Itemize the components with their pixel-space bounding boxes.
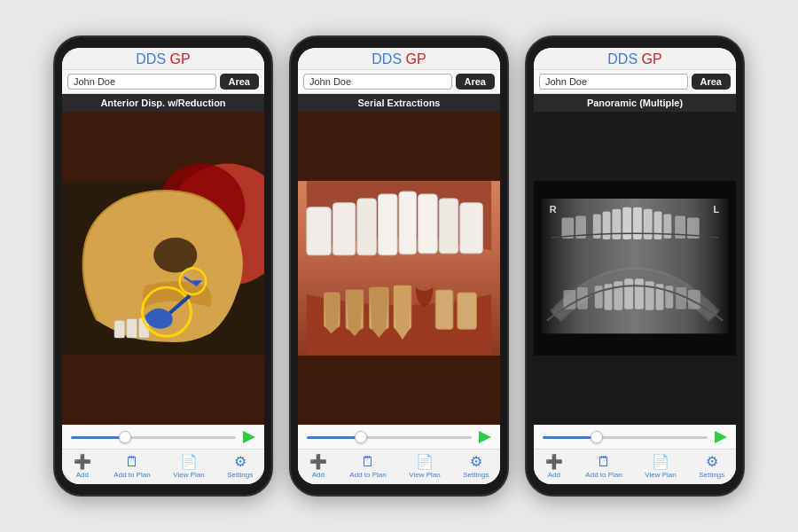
- area-button-3[interactable]: Area: [692, 74, 731, 90]
- app-title-gp-3: GP: [642, 51, 662, 66]
- play-button-3[interactable]: [715, 431, 727, 443]
- svg-rect-48: [665, 286, 673, 309]
- nav-add-label-1: Add: [76, 471, 89, 479]
- svg-rect-14: [332, 203, 356, 255]
- app-title-dds-2: DDS: [372, 51, 402, 66]
- app-header-2: DDS GP: [298, 48, 500, 70]
- svg-rect-41: [595, 286, 603, 309]
- app-title-dds-3: DDS: [607, 51, 638, 66]
- bottom-nav-1: ➕ Add 🗒 Add to Plan 📄 View Plan ⚙ Settin…: [62, 449, 264, 484]
- patient-row-2: Area: [298, 70, 500, 94]
- nav-viewplan-2[interactable]: 📄 View Plan: [409, 453, 440, 479]
- svg-rect-32: [622, 207, 631, 239]
- nav-settings-label-2: Settings: [463, 471, 489, 479]
- phone-1: DDS GP Area Anterior Disp. w/Reduction: [53, 35, 273, 497]
- patient-row-3: Area: [534, 70, 736, 94]
- app-title-dds-1: DDS: [136, 51, 166, 66]
- slider-thumb-3[interactable]: [591, 431, 603, 443]
- slider-track-2[interactable]: [307, 436, 472, 439]
- svg-rect-44: [624, 278, 633, 309]
- svg-rect-20: [460, 203, 483, 254]
- content-area-1: [62, 112, 264, 425]
- app-header-1: DDS GP: [62, 48, 264, 70]
- slider-row-1: [62, 425, 264, 449]
- nav-add-2[interactable]: ➕ Add: [309, 453, 327, 479]
- svg-rect-16: [378, 194, 397, 255]
- nav-viewplan-label-2: View Plan: [409, 471, 440, 479]
- slider-thumb-2[interactable]: [355, 431, 367, 443]
- svg-rect-45: [635, 278, 644, 309]
- svg-rect-5: [127, 319, 137, 339]
- app-header-3: DDS GP: [534, 48, 736, 70]
- slider-row-2: [298, 425, 500, 449]
- play-button-2[interactable]: [479, 431, 491, 443]
- slider-thumb-1[interactable]: [119, 431, 131, 443]
- svg-rect-13: [307, 207, 332, 255]
- svg-rect-17: [399, 192, 417, 254]
- nav-addtoplan-label-1: Add to Plan: [113, 471, 150, 479]
- nav-viewplan-3[interactable]: 📄 View Plan: [645, 453, 676, 479]
- section-title-2: Serial Extractions: [298, 94, 500, 112]
- settings-icon-1: ⚙: [234, 453, 246, 470]
- nav-add-label-2: Add: [312, 471, 325, 479]
- phone-3: DDS GP Area Panoramic (Multiple): [525, 35, 745, 497]
- nav-viewplan-1[interactable]: 📄 View Plan: [173, 453, 204, 479]
- nav-add-label-3: Add: [548, 471, 560, 479]
- viewplan-icon-3: 📄: [652, 453, 669, 470]
- section-title-3: Panoramic (Multiple): [534, 94, 736, 112]
- nav-addtoplan-1[interactable]: 🗒 Add to Plan: [113, 454, 150, 479]
- nav-add-3[interactable]: ➕ Add: [545, 453, 563, 479]
- settings-icon-3: ⚙: [706, 453, 718, 470]
- slider-row-3: [534, 425, 736, 449]
- svg-rect-49: [563, 290, 575, 309]
- addtoplan-icon-1: 🗒: [125, 454, 139, 470]
- settings-icon-2: ⚙: [470, 453, 482, 470]
- svg-text:L: L: [713, 204, 719, 215]
- xray-scene-svg: R L: [534, 112, 736, 425]
- nav-settings-3[interactable]: ⚙ Settings: [699, 453, 724, 479]
- nav-settings-1[interactable]: ⚙ Settings: [227, 453, 253, 479]
- svg-rect-34: [644, 209, 653, 239]
- svg-rect-31: [612, 209, 621, 239]
- slider-track-1[interactable]: [71, 436, 236, 439]
- content-area-3: R L: [534, 112, 736, 425]
- play-button-1[interactable]: [243, 431, 255, 443]
- bottom-nav-2: ➕ Add 🗒 Add to Plan 📄 View Plan ⚙ Settin…: [298, 449, 500, 484]
- svg-rect-51: [676, 287, 686, 309]
- phone-2-screen: DDS GP Area Serial Extractions: [298, 48, 500, 484]
- addtoplan-icon-3: 🗒: [597, 454, 611, 470]
- svg-rect-35: [654, 212, 662, 239]
- nav-addtoplan-label-3: Add to Plan: [585, 471, 622, 479]
- area-button-1[interactable]: Area: [220, 74, 259, 90]
- addtoplan-icon-2: 🗒: [361, 454, 375, 470]
- nav-addtoplan-2[interactable]: 🗒 Add to Plan: [349, 454, 386, 479]
- svg-rect-30: [603, 212, 611, 239]
- viewplan-icon-2: 📄: [416, 453, 434, 470]
- section-title-1: Anterior Disp. w/Reduction: [62, 94, 264, 112]
- content-area-2: [298, 112, 500, 425]
- nav-settings-label-1: Settings: [227, 471, 253, 479]
- add-icon-2: ➕: [309, 453, 327, 470]
- nav-addtoplan-3[interactable]: 🗒 Add to Plan: [585, 454, 622, 479]
- svg-rect-26: [458, 293, 477, 329]
- svg-text:R: R: [550, 204, 557, 215]
- patient-input-1[interactable]: [67, 74, 216, 90]
- phone-2: DDS GP Area Serial Extractions: [289, 35, 509, 497]
- phone-1-screen: DDS GP Area Anterior Disp. w/Reduction: [62, 48, 264, 484]
- area-button-2[interactable]: Area: [456, 74, 495, 90]
- app-title-gp-2: GP: [406, 51, 426, 66]
- nav-settings-2[interactable]: ⚙ Settings: [463, 453, 489, 479]
- svg-rect-18: [419, 194, 438, 254]
- patient-input-3[interactable]: [539, 74, 688, 90]
- app-title-gp-1: GP: [170, 51, 191, 66]
- viewplan-icon-1: 📄: [180, 453, 198, 470]
- teeth-scene-svg: [298, 112, 500, 425]
- add-icon-3: ➕: [545, 453, 563, 470]
- svg-rect-15: [357, 199, 377, 255]
- skull-scene-svg: [62, 112, 264, 425]
- nav-viewplan-label-1: View Plan: [173, 471, 204, 479]
- phone-3-screen: DDS GP Area Panoramic (Multiple): [534, 48, 736, 484]
- patient-input-2[interactable]: [303, 74, 452, 90]
- nav-add-1[interactable]: ➕ Add: [74, 453, 91, 479]
- slider-track-3[interactable]: [543, 436, 708, 439]
